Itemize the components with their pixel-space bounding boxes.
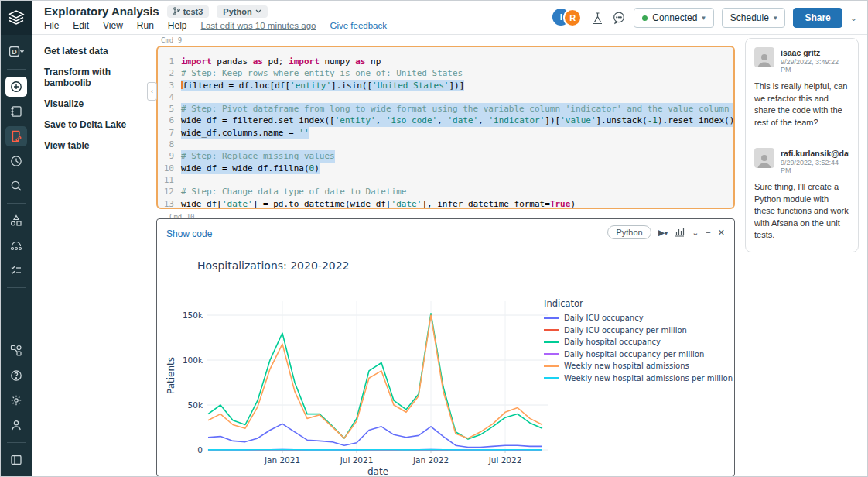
language-selector[interactable]: Python — [217, 5, 267, 18]
show-code-link[interactable]: Show code — [166, 228, 212, 239]
legend-entry[interactable]: Daily ICU occupancy per million — [544, 326, 733, 335]
line-number: 2 — [158, 67, 181, 79]
cell-close-icon[interactable]: ✕ — [718, 228, 725, 238]
code-line-3[interactable]: 3filtered = df.loc[df['entity'].isin(['U… — [158, 80, 733, 91]
toc-item-visualize[interactable]: Visualize — [44, 95, 152, 112]
legend-swatch — [544, 329, 559, 331]
result-cell-cmd10[interactable]: Show code Python ▶▾ ⌄ − ✕ Hospitalizatio… — [156, 218, 735, 477]
line-number: 6 — [158, 115, 181, 126]
legend-label: Daily hospital occupancy per million — [564, 350, 704, 359]
legend-entry[interactable]: Daily hospital occupancy per million — [544, 350, 733, 359]
svg-text:Jul 2021: Jul 2021 — [340, 455, 374, 465]
toc-item-view-table[interactable]: View table — [44, 137, 152, 154]
line-number: 11 — [158, 174, 181, 186]
schedule-label: Schedule — [730, 12, 769, 23]
legend-entry[interactable]: Daily ICU occupancy — [544, 314, 733, 322]
legend-swatch — [544, 365, 559, 367]
comment-timestamp: 9/29/2022, 3:49:22 PM — [781, 58, 849, 74]
git-branch-badge[interactable]: test3 — [167, 5, 210, 18]
menu-run[interactable]: Run — [137, 20, 154, 31]
code-line-12[interactable]: 12# Step: Change data type of date to Da… — [158, 186, 733, 197]
share-button[interactable]: Share — [793, 8, 842, 28]
commenter-name: isaac gritz — [781, 47, 849, 58]
toc-collapse-handle[interactable]: ‹ — [147, 82, 157, 101]
legend-entry[interactable]: Weekly new hospital admissions — [544, 362, 733, 370]
workspace-icon[interactable] — [5, 101, 27, 122]
series-line-weekly-new-hospital-admissions — [208, 315, 542, 438]
code-line-11[interactable]: 11 — [158, 174, 733, 186]
workflows-icon[interactable] — [5, 235, 27, 256]
toc-item-get-latest-data[interactable]: Get latest data — [44, 43, 152, 60]
menu-help[interactable]: Help — [168, 20, 187, 31]
menu-edit[interactable]: Edit — [73, 20, 89, 31]
chart-legend: Indicator Daily ICU occupancyDaily ICU o… — [544, 298, 733, 386]
chevron-down-icon: ▾ — [774, 14, 777, 22]
last-edit-status[interactable]: Last edit was 10 minutes ago — [201, 21, 316, 30]
recents-icon[interactable] — [5, 151, 27, 171]
code-line-4[interactable]: 4 — [158, 91, 733, 103]
code-cell-cmd9[interactable]: 1import pandas as pd; import numpy as np… — [156, 46, 735, 209]
search-icon[interactable] — [5, 176, 27, 196]
chart-options-icon[interactable] — [675, 227, 685, 238]
help-icon[interactable] — [5, 365, 27, 386]
code-line-6[interactable]: 6wide_df = filtered.set_index(['entity',… — [158, 115, 733, 126]
toc-item-save-to-delta-lake[interactable]: Save to Delta Lake — [44, 116, 152, 133]
toc-item-transform-with-bamboolib[interactable]: Transform with bamboolib — [44, 63, 152, 91]
table-of-contents: Get latest dataTransform with bamboolibV… — [32, 35, 152, 477]
experiment-icon[interactable] — [591, 12, 604, 25]
settings-gear-icon[interactable] — [5, 390, 27, 410]
cell-language-pill[interactable]: Python — [607, 225, 651, 239]
data-icon[interactable] — [5, 211, 27, 231]
series-line-daily-hospital-occupancy — [208, 314, 542, 439]
give-feedback-link[interactable]: Give feedback — [330, 21, 387, 30]
new-button[interactable] — [5, 77, 27, 97]
code-line-10[interactable]: 10wide_df = wide_df.fillna(0) — [158, 163, 733, 174]
comments-panel: isaac gritz 9/29/2022, 3:49:22 PM This i… — [745, 38, 859, 252]
code-line-7[interactable]: 7wide_df.columns.name = '' — [158, 127, 733, 139]
legend-entry[interactable]: Daily hospital occupancy — [544, 338, 733, 346]
cell-collapse-chevron-icon[interactable]: ⌄ — [692, 228, 699, 238]
code-line-8[interactable]: 8 — [158, 139, 733, 150]
menu-view[interactable]: View — [103, 20, 123, 31]
databricks-logo-icon[interactable] — [1, 1, 32, 35]
menu-file[interactable]: File — [44, 20, 59, 31]
rail-divider — [7, 442, 26, 443]
cell-minimize-icon[interactable]: − — [706, 228, 710, 237]
run-cell-button[interactable]: ▶▾ — [658, 228, 668, 238]
code-line-2[interactable]: 2# Step: Keep rows where entity is one o… — [158, 67, 733, 79]
svg-text:50k: 50k — [188, 400, 203, 410]
rail-divider — [7, 203, 26, 204]
connected-label: Connected — [652, 12, 697, 23]
avatar-r[interactable]: R — [563, 9, 582, 27]
workspace-switcher-icon[interactable]: D — [5, 42, 27, 62]
comment-item[interactable]: rafi.kurlansik@datab... 9/29/2022, 3:52:… — [746, 139, 858, 252]
header-collapse-chevron-icon[interactable]: ⌄ — [850, 13, 857, 23]
account-icon[interactable] — [5, 415, 27, 435]
svg-text:150k: 150k — [183, 311, 203, 320]
panel-toggle-icon[interactable] — [5, 450, 27, 470]
commenter-avatar-icon — [754, 47, 774, 67]
cell-label-cmd9: Cmd 9 — [161, 36, 740, 44]
partner-connect-icon[interactable] — [5, 341, 27, 361]
language-name: Python — [223, 7, 251, 16]
comment-thread: isaac gritz 9/29/2022, 3:49:22 PM This i… — [745, 38, 859, 252]
code-line-1[interactable]: 1import pandas as pd; import numpy as np — [158, 56, 733, 67]
chevron-down-icon: ▾ — [702, 14, 706, 22]
code-line-13[interactable]: 13wide_df['date'] = pd.to_datetime(wide_… — [158, 198, 733, 209]
svg-text:0: 0 — [197, 445, 203, 455]
left-navigation-rail: D — [1, 1, 32, 477]
notebook-active-icon[interactable] — [5, 126, 27, 146]
collaborator-avatars[interactable]: I R — [552, 9, 582, 27]
commenter-name: rafi.kurlansik@datab... — [781, 148, 849, 159]
code-line-9[interactable]: 9# Step: Replace missing values — [158, 150, 733, 162]
line-number: 1 — [158, 56, 181, 67]
comment-item[interactable]: isaac gritz 9/29/2022, 3:49:22 PM This i… — [746, 39, 858, 139]
legend-entry[interactable]: Weekly new hospital admissions per milli… — [544, 374, 733, 383]
cluster-connected-button[interactable]: Connected ▾ — [634, 8, 714, 28]
schedule-button[interactable]: Schedule ▾ — [722, 8, 786, 28]
code-line-5[interactable]: 5# Step: Pivot dataframe from long to wi… — [158, 103, 733, 115]
tasks-checklist-icon[interactable] — [5, 260, 27, 280]
comments-toggle-icon[interactable] — [612, 11, 626, 25]
branch-name: test3 — [183, 7, 203, 16]
legend-label: Daily ICU occupancy per million — [564, 326, 687, 335]
